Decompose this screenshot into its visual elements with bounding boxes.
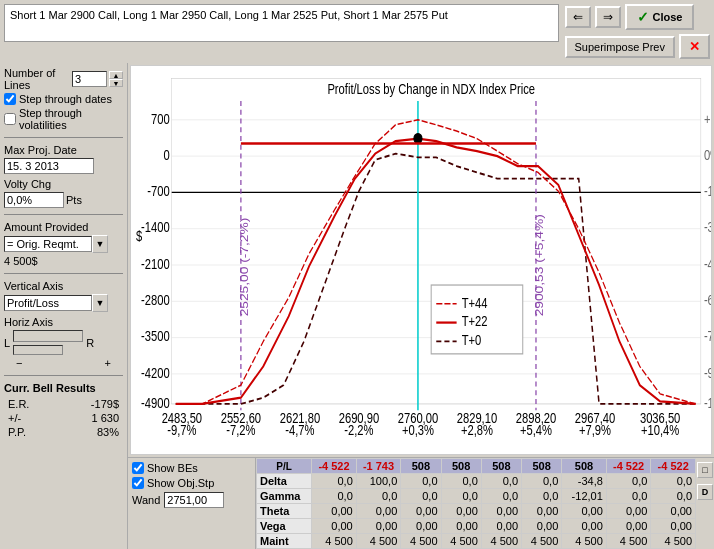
step-dates-label: Step through dates [19, 93, 112, 105]
nav-back-button[interactable]: ⇐ [565, 6, 591, 28]
table-header-1: -4 522 [312, 459, 357, 474]
row-delta-8: 0,0 [606, 474, 651, 489]
row-vega-label: Vega [257, 519, 312, 534]
row-gamma-6: 0,0 [522, 489, 562, 504]
horiz-r-label: R [86, 337, 94, 349]
row-gamma-label: Gamma [257, 489, 312, 504]
superimpose-button[interactable]: Superimpose Prev [565, 36, 676, 58]
horiz-slider-bottom[interactable] [13, 345, 63, 355]
nav-forward-button[interactable]: ⇒ [595, 6, 621, 28]
svg-text:-9,7%: -9,7% [167, 423, 196, 438]
row-delta-1: 0,0 [312, 474, 357, 489]
top-bar: Short 1 Mar 2900 Call, Long 1 Mar 2950 C… [0, 0, 714, 63]
bell-pm-value: 1 630 [58, 412, 121, 424]
vert-axis-dropdown[interactable]: Profit/Loss [4, 295, 92, 311]
step-dates-checkbox[interactable] [4, 93, 16, 105]
svg-text:-2100: -2100 [141, 257, 170, 272]
strategy-description: Short 1 Mar 2900 Call, Long 1 Mar 2950 C… [4, 4, 559, 42]
table-header-4: 508 [441, 459, 481, 474]
close-button[interactable]: ✓ Close [625, 4, 695, 30]
row-vega-4: 0,00 [441, 519, 481, 534]
svg-text:-62%: -62% [704, 293, 711, 308]
svg-text:0: 0 [163, 148, 169, 163]
x-button[interactable]: ✕ [679, 34, 710, 59]
row-gamma-5: 0,0 [481, 489, 521, 504]
pts-label: Pts [66, 194, 82, 206]
row-theta-3: 0,00 [401, 504, 441, 519]
row-vega-5: 0,00 [481, 519, 521, 534]
svg-text:+0,3%: +0,3% [402, 423, 434, 438]
row-theta-1: 0,00 [312, 504, 357, 519]
chart-title: Profit/Loss by Change in NDX Index Price [327, 81, 535, 96]
table-row: Gamma 0,0 0,0 0,0 0,0 0,0 0,0 -12,01 0,0… [257, 489, 696, 504]
svg-text:-4200: -4200 [141, 366, 170, 381]
row-delta-5: 0,0 [481, 474, 521, 489]
spin-down[interactable]: ▼ [109, 79, 123, 87]
svg-text:T+0: T+0 [462, 333, 482, 348]
svg-text:0%: 0% [704, 148, 711, 163]
amount-dropdown[interactable]: = Orig. Reqmt. [4, 236, 92, 252]
svg-text:-4900: -4900 [141, 396, 170, 411]
vert-axis-dropdown-arrow[interactable]: ▼ [92, 294, 108, 312]
row-theta-5: 0,00 [481, 504, 521, 519]
row-delta-9: 0,0 [651, 474, 696, 489]
vert-axis-label: Vertical Axis [4, 280, 123, 292]
svg-text:-93%: -93% [704, 366, 711, 381]
show-bes-checkbox[interactable] [132, 462, 144, 474]
svg-text:-3500: -3500 [141, 329, 170, 344]
num-lines-input[interactable] [72, 71, 107, 87]
row-maint-3: 4 500 [401, 534, 441, 549]
row-vega-2: 0,00 [356, 519, 401, 534]
bottom-left-buttons: Show BEs Show Obj.Stp Wand [128, 458, 256, 549]
row-maint-2: 4 500 [356, 534, 401, 549]
svg-text:-110%: -110% [704, 396, 711, 411]
row-theta-9: 0,00 [651, 504, 696, 519]
horiz-minus: − [16, 357, 22, 369]
bottom-table: P/L -4 522 -1 743 508 508 508 508 508 -4… [256, 458, 696, 549]
show-bes-label: Show BEs [147, 462, 198, 474]
table-header-5: 508 [481, 459, 521, 474]
svg-text:2525,00 (-7,2%): 2525,00 (-7,2%) [238, 218, 250, 317]
table-header-6: 508 [522, 459, 562, 474]
table-row: Vega 0,00 0,00 0,00 0,00 0,00 0,00 0,00 … [257, 519, 696, 534]
svg-text:-2800: -2800 [141, 293, 170, 308]
row-delta-label: Delta [257, 474, 312, 489]
svg-text:-1400: -1400 [141, 220, 170, 235]
row-gamma-7: -12,01 [562, 489, 607, 504]
current-price-dot [414, 134, 422, 144]
amount-value: 4 500$ [4, 255, 123, 267]
step-vols-checkbox[interactable] [4, 113, 16, 125]
row-gamma-9: 0,0 [651, 489, 696, 504]
num-lines-spinner[interactable]: ▲ ▼ [109, 71, 123, 87]
spin-up[interactable]: ▲ [109, 71, 123, 79]
row-gamma-8: 0,0 [606, 489, 651, 504]
row-maint-6: 4 500 [522, 534, 562, 549]
row-maint-8: 4 500 [606, 534, 651, 549]
horiz-slider-top[interactable] [13, 330, 83, 342]
d-button[interactable]: D [697, 484, 713, 500]
row-theta-4: 0,00 [441, 504, 481, 519]
svg-text:+5,4%: +5,4% [520, 423, 552, 438]
row-theta-7: 0,00 [562, 504, 607, 519]
max-proj-label: Max Proj. Date [4, 144, 123, 156]
horiz-plus: + [105, 357, 111, 369]
top-buttons-group: ⇐ ⇒ ✓ Close Superimpose Prev ✕ [565, 4, 711, 59]
show-obj-stp-checkbox[interactable] [132, 477, 144, 489]
row-maint-4: 4 500 [441, 534, 481, 549]
bottom-area: Show BEs Show Obj.Stp Wand [128, 457, 714, 549]
row-maint-5: 4 500 [481, 534, 521, 549]
wand-input[interactable] [164, 492, 224, 508]
table-header-7: 508 [562, 459, 607, 474]
table-expand-button[interactable]: □ [697, 462, 713, 478]
svg-text:+10,4%: +10,4% [641, 423, 679, 438]
svg-text:-7,2%: -7,2% [226, 423, 255, 438]
svg-text:-31%: -31% [704, 220, 711, 235]
amount-dropdown-arrow[interactable]: ▼ [92, 235, 108, 253]
table-header-8: -4 522 [606, 459, 651, 474]
curr-bell-label: Curr. Bell Results [4, 382, 123, 394]
volty-chg-input[interactable] [4, 192, 64, 208]
row-gamma-3: 0,0 [401, 489, 441, 504]
max-proj-input[interactable] [4, 158, 94, 174]
step-vols-label: Step through volatilities [19, 107, 123, 131]
row-vega-6: 0,00 [522, 519, 562, 534]
